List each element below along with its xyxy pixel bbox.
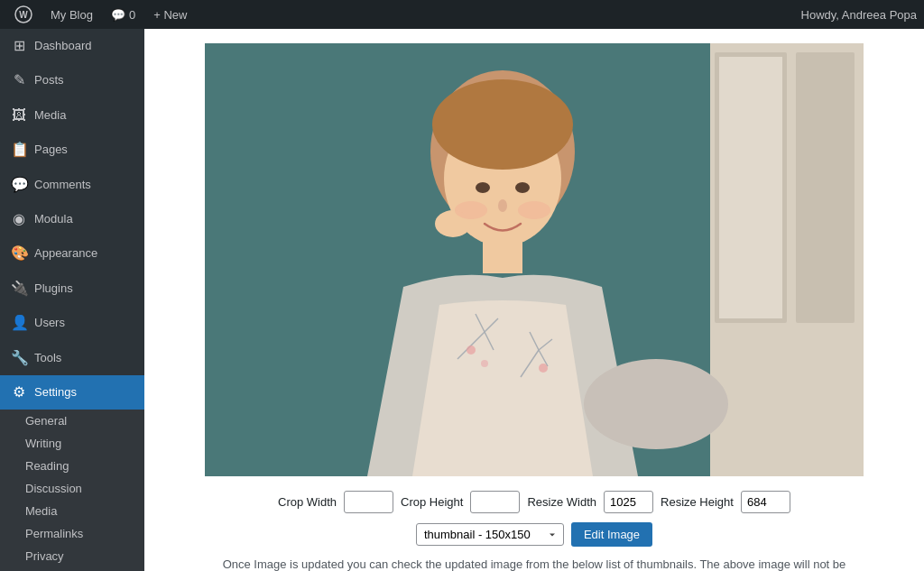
sidebar-label-modula: Modula <box>34 211 73 227</box>
crop-height-input[interactable] <box>470 491 520 513</box>
svg-point-9 <box>432 79 573 170</box>
users-icon: 👤 <box>11 313 27 333</box>
svg-rect-10 <box>483 237 522 273</box>
submenu-item-media[interactable]: Media <box>0 500 144 522</box>
main-content: Crop Width Crop Height Resize Width Resi… <box>144 29 924 571</box>
thumbnail-select-row: thumbnail - 150x150 medium - 300x300 med… <box>416 522 652 547</box>
sidebar-label-comments: Comments <box>34 177 91 193</box>
edit-image-button[interactable]: Edit Image <box>571 522 652 547</box>
resize-width-label: Resize Width <box>527 495 596 509</box>
tools-icon: 🔧 <box>11 348 27 368</box>
image-controls: Crop Width Crop Height Resize Width Resi… <box>162 491 906 571</box>
sidebar-item-comments[interactable]: 💬 Comments <box>0 168 144 202</box>
svg-point-19 <box>481 360 488 367</box>
svg-point-18 <box>467 345 476 355</box>
sidebar-item-posts[interactable]: ✎ Posts <box>0 63 144 97</box>
settings-icon: ⚙ <box>11 382 27 402</box>
sidebar-item-modula[interactable]: ◉ Modula <box>0 202 144 236</box>
sidebar-item-media[interactable]: 🖼 Media <box>0 98 144 133</box>
sidebar-label-plugins: Plugins <box>34 281 73 297</box>
crop-width-label: Crop Width <box>278 495 337 509</box>
svg-text:W: W <box>19 10 28 20</box>
svg-point-14 <box>498 199 507 212</box>
comments-menu-icon: 💬 <box>11 175 27 195</box>
sidebar-label-settings: Settings <box>34 384 77 401</box>
sidebar-label-dashboard: Dashboard <box>34 38 92 54</box>
modula-icon: ◉ <box>11 209 27 229</box>
svg-point-17 <box>584 359 728 449</box>
svg-point-20 <box>539 364 548 373</box>
comments-icon: 💬 <box>111 8 125 22</box>
dashboard-icon: ⊞ <box>11 36 27 56</box>
wp-logo-icon: W <box>14 5 32 23</box>
sidebar-label-posts: Posts <box>34 72 64 88</box>
media-icon: 🖼 <box>11 106 27 125</box>
resize-width-input[interactable] <box>604 491 653 513</box>
plugins-icon: 🔌 <box>11 279 27 299</box>
comments-link[interactable]: 💬 0 <box>104 0 143 29</box>
thumbnail-size-select[interactable]: thumbnail - 150x150 medium - 300x300 med… <box>416 523 564 546</box>
site-name-link[interactable]: My Blog <box>43 0 100 29</box>
svg-point-13 <box>515 182 530 193</box>
submenu-item-writing[interactable]: Writing <box>0 432 144 455</box>
sidebar-label-appearance: Appearance <box>34 245 97 262</box>
svg-rect-5 <box>796 52 855 323</box>
menu-list: ⊞ Dashboard ✎ Posts 🖼 Media 📋 Pages 💬 Co… <box>0 29 144 410</box>
submenu-item-permalinks[interactable]: Permalinks <box>0 522 144 545</box>
info-text: Once Image is updated you can check the … <box>218 556 850 571</box>
submenu-item-discussion[interactable]: Discussion <box>0 477 144 500</box>
settings-submenu: General Writing Reading Discussion Media… <box>0 410 144 571</box>
submenu-item-thumbnail-editor[interactable]: Thumbnail Editor <box>0 567 144 571</box>
svg-rect-6 <box>719 57 782 318</box>
svg-point-16 <box>518 201 550 219</box>
resize-height-input[interactable] <box>741 491 790 513</box>
sidebar-label-users: Users <box>34 315 65 331</box>
sidebar-item-pages[interactable]: 📋 Pages <box>0 133 144 167</box>
pages-icon: 📋 <box>11 140 27 160</box>
howdy-text: Howdy, Andreea Popa <box>801 8 917 22</box>
crop-width-input[interactable] <box>344 491 393 513</box>
admin-bar: W My Blog 💬 0 + New Howdy, Andreea Popa <box>0 0 924 29</box>
sidebar-item-settings[interactable]: ⚙ Settings <box>0 375 144 410</box>
thumbnail-preview-image <box>205 43 864 476</box>
posts-icon: ✎ <box>11 70 27 90</box>
resize-height-label: Resize Height <box>661 495 734 509</box>
submenu-item-general[interactable]: General <box>0 410 144 432</box>
wp-logo-link[interactable]: W <box>7 0 40 29</box>
submenu-item-privacy[interactable]: Privacy <box>0 545 144 567</box>
sidebar-item-plugins[interactable]: 🔌 Plugins <box>0 272 144 306</box>
comments-count: 0 <box>129 8 135 22</box>
admin-menu: ⊞ Dashboard ✎ Posts 🖼 Media 📋 Pages 💬 Co… <box>0 29 144 571</box>
new-content-link[interactable]: + New <box>146 0 194 29</box>
sidebar-item-appearance[interactable]: 🎨 Appearance <box>0 236 144 271</box>
svg-point-15 <box>455 201 487 219</box>
submenu-item-reading[interactable]: Reading <box>0 455 144 477</box>
appearance-icon: 🎨 <box>11 244 27 263</box>
sidebar-label-tools: Tools <box>34 350 61 366</box>
sidebar-item-tools[interactable]: 🔧 Tools <box>0 341 144 375</box>
image-svg <box>205 43 864 476</box>
sidebar-item-users[interactable]: 👤 Users <box>0 306 144 340</box>
sidebar-label-media: Media <box>34 107 66 124</box>
crop-height-label: Crop Height <box>401 495 463 509</box>
sidebar-label-pages: Pages <box>34 142 68 158</box>
sidebar-item-dashboard[interactable]: ⊞ Dashboard <box>0 29 144 63</box>
dimensions-row: Crop Width Crop Height Resize Width Resi… <box>278 491 790 513</box>
content-inner: Crop Width Crop Height Resize Width Resi… <box>144 29 924 571</box>
svg-point-12 <box>476 182 490 193</box>
